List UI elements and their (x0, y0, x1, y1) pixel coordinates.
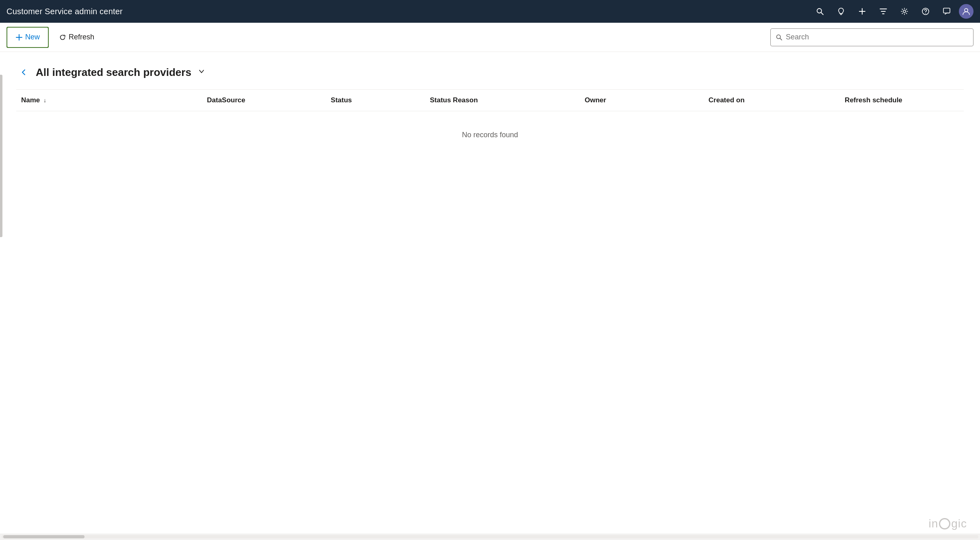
column-status-label: Status (331, 96, 352, 104)
add-icon (858, 7, 866, 15)
column-owner-label: Owner (585, 96, 606, 104)
filter-icon (879, 7, 887, 15)
search-input[interactable] (786, 33, 968, 41)
settings-nav-button[interactable] (895, 2, 913, 20)
chevron-down-icon (198, 68, 205, 75)
column-header-datasource[interactable]: DataSource (202, 90, 326, 111)
help-nav-button[interactable] (917, 2, 934, 20)
refresh-icon (59, 34, 66, 41)
main-content: All integrated search providers Name ↓ D… (0, 52, 980, 540)
page-title-dropdown[interactable] (198, 68, 205, 77)
app-title: Customer Service admin center (7, 7, 123, 16)
table-header-row: Name ↓ DataSource Status Status Reason O… (16, 90, 964, 111)
column-status-reason-label: Status Reason (430, 96, 478, 104)
page-header: All integrated search providers (0, 52, 980, 89)
back-arrow-icon (20, 68, 28, 76)
filter-nav-button[interactable] (874, 2, 892, 20)
back-button[interactable] (16, 65, 31, 80)
table-container: Name ↓ DataSource Status Status Reason O… (0, 89, 980, 159)
new-button[interactable]: New (7, 27, 49, 48)
search-nav-button[interactable] (811, 2, 829, 20)
lightbulb-icon (837, 7, 845, 15)
column-header-name[interactable]: Name ↓ (16, 90, 202, 111)
svg-point-8 (965, 9, 968, 12)
empty-state-message: No records found (16, 111, 964, 159)
column-header-created-on[interactable]: Created on (704, 90, 840, 111)
chat-nav-button[interactable] (938, 2, 956, 20)
column-datasource-label: DataSource (207, 96, 245, 104)
column-header-status-reason[interactable]: Status Reason (425, 90, 580, 111)
horizontal-scrollbar[interactable] (0, 534, 980, 540)
data-table: Name ↓ DataSource Status Status Reason O… (16, 89, 964, 159)
nav-left: Customer Service admin center (7, 7, 123, 16)
search-nav-icon (816, 7, 824, 15)
table-body: No records found (16, 111, 964, 159)
plus-icon (15, 34, 23, 41)
new-button-label: New (25, 33, 40, 41)
svg-point-0 (817, 9, 822, 13)
refresh-button-label: Refresh (69, 33, 94, 41)
search-box-icon (776, 34, 783, 41)
add-nav-button[interactable] (853, 2, 871, 20)
sidebar-handle[interactable] (0, 75, 2, 237)
settings-icon (900, 7, 908, 15)
column-created-on-label: Created on (709, 96, 745, 104)
svg-point-4 (903, 10, 906, 13)
watermark-logo: in gic (928, 517, 967, 530)
column-header-refresh-schedule[interactable]: Refresh schedule (840, 90, 964, 111)
user-avatar-button[interactable] (959, 4, 973, 19)
scrollbar-thumb[interactable] (3, 535, 85, 538)
watermark-text-gic: gic (951, 517, 967, 530)
search-box (770, 28, 973, 46)
toolbar: New Refresh (0, 23, 980, 52)
help-icon (921, 7, 930, 15)
sort-icon-name: ↓ (43, 97, 46, 104)
watermark: in gic (928, 517, 967, 530)
top-navigation: Customer Service admin center (0, 0, 980, 23)
watermark-text-in: in (928, 517, 938, 530)
empty-state-row: No records found (16, 111, 964, 159)
column-name-label: Name (21, 96, 40, 104)
column-header-status[interactable]: Status (326, 90, 425, 111)
nav-right (811, 2, 973, 20)
svg-line-12 (780, 38, 782, 40)
page-title: All integrated search providers (36, 66, 191, 79)
svg-rect-7 (943, 8, 950, 13)
column-header-owner[interactable]: Owner (580, 90, 704, 111)
watermark-circle (939, 518, 950, 529)
chat-icon (943, 7, 951, 15)
lightbulb-nav-button[interactable] (832, 2, 850, 20)
scrollbar-track (2, 535, 978, 538)
avatar-icon (962, 7, 970, 15)
refresh-button[interactable]: Refresh (52, 27, 101, 48)
svg-line-1 (821, 13, 823, 15)
svg-point-6 (925, 13, 926, 14)
column-refresh-schedule-label: Refresh schedule (845, 96, 902, 104)
